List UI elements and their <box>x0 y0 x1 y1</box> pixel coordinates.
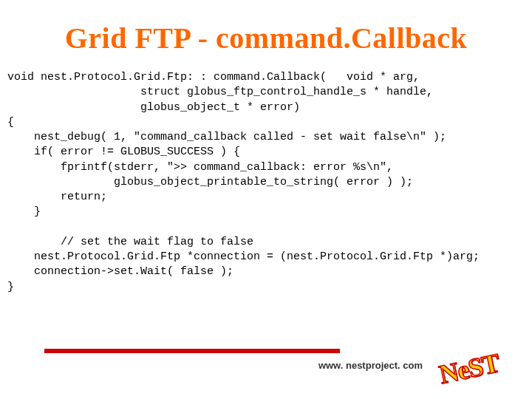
nest-logo: NeST <box>437 347 502 390</box>
footer-url: www. nestproject. com <box>318 360 423 371</box>
divider-rule <box>44 349 340 353</box>
slide-title: Grid FTP - command.Callback <box>7 21 525 55</box>
code-block: void nest.Protocol.Grid.Ftp: : command.C… <box>7 70 525 295</box>
slide: Grid FTP - command.Callback void nest.Pr… <box>0 0 532 399</box>
